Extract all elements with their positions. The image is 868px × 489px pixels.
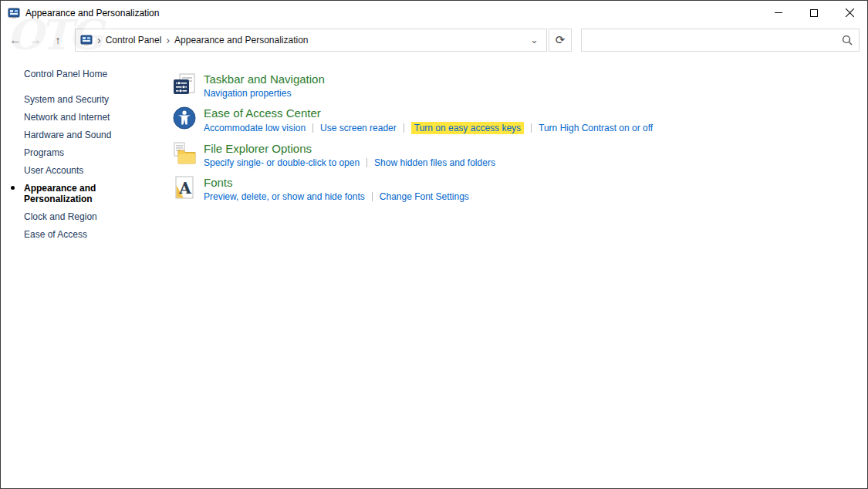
task-link-use-screen-reader[interactable]: Use screen reader xyxy=(320,123,397,133)
sidebar-item-user-accounts[interactable]: User Accounts xyxy=(24,165,124,176)
search-box[interactable] xyxy=(581,29,860,52)
taskbar-navigation-icon[interactable] xyxy=(172,72,197,96)
control-panel-icon xyxy=(8,7,20,19)
close-icon xyxy=(845,8,855,18)
section-file-explorer-options: File Explorer Options Specify single- or… xyxy=(172,141,653,168)
sidebar-item-system-and-security[interactable]: System and Security xyxy=(24,94,124,105)
task-link-navigation-properties[interactable]: Navigation properties xyxy=(204,88,291,99)
ease-of-access-icon[interactable] xyxy=(172,106,197,130)
divider xyxy=(312,123,313,133)
minimize-button[interactable] xyxy=(761,1,796,25)
sidebar-item-appearance-and-personalization[interactable]: Appearance and Personalization xyxy=(24,183,124,204)
file-explorer-options-icon[interactable] xyxy=(172,141,197,166)
task-links: Preview, delete, or show and hide fonts … xyxy=(204,191,469,202)
sidebar-category-list: System and Security Network and Internet… xyxy=(24,94,171,240)
section-title-link[interactable]: Taskbar and Navigation xyxy=(204,72,325,86)
back-button[interactable]: ← xyxy=(5,33,25,47)
up-button[interactable]: ↑ xyxy=(49,34,67,46)
breadcrumb[interactable]: › Control Panel › Appearance and Persona… xyxy=(75,29,547,52)
task-links: Specify single- or double-click to open … xyxy=(204,157,495,168)
section-ease-of-access-center: Ease of Access Center Accommodate low vi… xyxy=(172,106,653,134)
content-pane: Taskbar and Navigation Navigation proper… xyxy=(171,55,653,209)
section-title-link[interactable]: Fonts xyxy=(204,175,469,190)
section-fonts: A Fonts Preview, delete, or show and hid… xyxy=(172,175,653,202)
divider xyxy=(366,158,367,167)
task-link-accommodate-low-vision[interactable]: Accommodate low vision xyxy=(204,123,306,133)
section-text: File Explorer Options Specify single- or… xyxy=(204,141,495,168)
maximize-icon xyxy=(810,9,818,17)
sidebar-item-control-panel-home[interactable]: Control Panel Home xyxy=(24,69,171,79)
control-panel-window: OTG Appearance and Personalization ← → ↑ xyxy=(0,0,868,489)
section-text: Ease of Access Center Accommodate low vi… xyxy=(204,106,653,134)
chevron-down-icon[interactable]: ⌄ xyxy=(530,34,542,46)
forward-button[interactable]: → xyxy=(25,33,46,47)
task-link-show-hidden-files-and-folders[interactable]: Show hidden files and folders xyxy=(374,157,495,168)
task-links: Accommodate low vision Use screen reader… xyxy=(204,122,653,134)
svg-text:A: A xyxy=(178,179,191,197)
task-link-turn-high-contrast-on-or-off[interactable]: Turn High Contrast on or off xyxy=(539,123,653,133)
divider xyxy=(531,123,532,133)
task-links: Navigation properties xyxy=(204,88,325,99)
navigation-toolbar: ← → ↑ › Control Panel › Appearance and P… xyxy=(1,25,867,55)
divider xyxy=(372,192,373,201)
section-title-link[interactable]: File Explorer Options xyxy=(204,141,495,156)
search-icon xyxy=(842,35,853,46)
sidebar: Control Panel Home System and Security N… xyxy=(1,55,171,247)
task-link-turn-on-easy-access-keys[interactable]: Turn on easy access keys xyxy=(411,122,524,134)
section-text: Taskbar and Navigation Navigation proper… xyxy=(204,72,325,99)
control-panel-icon xyxy=(80,34,93,46)
breadcrumb-item-appearance[interactable]: Appearance and Personalization xyxy=(174,35,308,46)
sidebar-item-hardware-and-sound[interactable]: Hardware and Sound xyxy=(24,130,124,140)
chevron-right-icon: › xyxy=(93,35,106,46)
divider xyxy=(404,123,404,133)
window-title: Appearance and Personalization xyxy=(25,8,159,19)
window-controls xyxy=(761,1,867,25)
sidebar-item-ease-of-access[interactable]: Ease of Access xyxy=(24,229,124,240)
close-button[interactable] xyxy=(832,1,867,25)
section-text: Fonts Preview, delete, or show and hide … xyxy=(204,175,469,202)
section-taskbar-and-navigation: Taskbar and Navigation Navigation proper… xyxy=(172,72,653,99)
sidebar-item-programs[interactable]: Programs xyxy=(24,147,124,158)
sidebar-item-clock-and-region[interactable]: Clock and Region xyxy=(24,211,124,222)
section-title-link[interactable]: Ease of Access Center xyxy=(204,106,653,120)
search-input[interactable] xyxy=(588,35,842,46)
sidebar-item-network-and-internet[interactable]: Network and Internet xyxy=(24,112,124,123)
task-link-preview-delete-show-hide-fonts[interactable]: Preview, delete, or show and hide fonts xyxy=(204,191,365,202)
task-link-change-font-settings[interactable]: Change Font Settings xyxy=(380,191,469,202)
refresh-button[interactable]: ⟳ xyxy=(549,29,572,52)
breadcrumb-item-control-panel[interactable]: Control Panel xyxy=(106,35,162,46)
title-bar: Appearance and Personalization xyxy=(1,1,867,25)
maximize-button[interactable] xyxy=(796,1,832,25)
minimize-icon xyxy=(775,12,782,13)
main-area: Control Panel Home System and Security N… xyxy=(1,55,867,488)
task-link-specify-single-or-double-click[interactable]: Specify single- or double-click to open xyxy=(204,157,360,168)
chevron-right-icon: › xyxy=(161,35,174,46)
fonts-icon[interactable]: A xyxy=(172,175,197,200)
